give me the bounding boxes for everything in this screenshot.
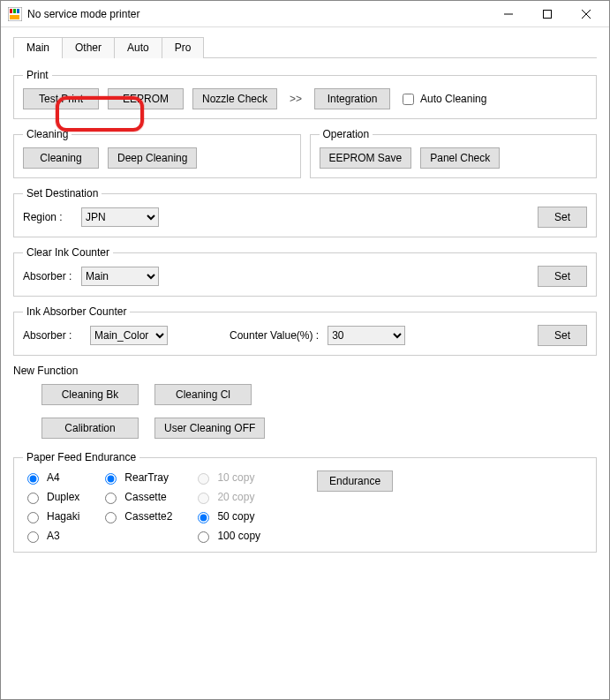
region-select[interactable]: JPN bbox=[81, 207, 159, 227]
radio-hagaki[interactable]: Hagaki bbox=[23, 509, 79, 523]
copy-count-column: 10 copy 20 copy 50 copy 100 copy bbox=[193, 470, 260, 543]
radio-20copy: 20 copy bbox=[193, 490, 260, 504]
region-label: Region : bbox=[23, 211, 81, 223]
radio-cassette2[interactable]: Cassette2 bbox=[101, 509, 172, 523]
clear-ink-set-button[interactable]: Set bbox=[538, 266, 587, 287]
svg-rect-6 bbox=[544, 10, 552, 18]
set-destination-group: Set Destination Region : JPN Set bbox=[13, 187, 597, 237]
counter-value-select[interactable]: 30 bbox=[328, 326, 405, 345]
paper-source-column: RearTray Cassette Cassette2 bbox=[101, 470, 172, 523]
endurance-button[interactable]: Endurance bbox=[317, 470, 393, 492]
paper-feed-legend: Paper Feed Endurance bbox=[23, 451, 139, 463]
radio-a3[interactable]: A3 bbox=[23, 529, 79, 543]
user-cleaning-off-button[interactable]: User Cleaning OFF bbox=[154, 418, 265, 439]
auto-cleaning-input[interactable] bbox=[403, 94, 414, 105]
deep-cleaning-button[interactable]: Deep Cleaning bbox=[108, 147, 197, 169]
radio-50copy[interactable]: 50 copy bbox=[193, 509, 260, 523]
ink-absorber-label: Absorber : bbox=[23, 329, 81, 342]
panel-check-button[interactable]: Panel Check bbox=[420, 147, 500, 169]
cleaning-legend: Cleaning bbox=[23, 128, 72, 140]
radio-10copy: 10 copy bbox=[193, 470, 260, 485]
test-print-button[interactable]: Test Print bbox=[23, 88, 99, 109]
ink-absorber-group: Ink Absorber Counter Absorber : Main_Col… bbox=[13, 305, 597, 356]
tab-bar: Main Other Auto Pro bbox=[13, 36, 597, 58]
region-set-button[interactable]: Set bbox=[538, 207, 587, 228]
tab-pro[interactable]: Pro bbox=[162, 37, 205, 58]
radio-cassette[interactable]: Cassette bbox=[101, 490, 172, 504]
ink-absorber-set-button[interactable]: Set bbox=[538, 325, 587, 346]
arrow-label: >> bbox=[286, 93, 305, 105]
tab-other[interactable]: Other bbox=[62, 37, 115, 58]
calibration-button[interactable]: Calibration bbox=[41, 418, 139, 439]
print-legend: Print bbox=[23, 69, 52, 81]
print-group: Print Test Print EEPROM Nozzle Check >> … bbox=[13, 69, 597, 119]
svg-rect-3 bbox=[17, 9, 19, 13]
paper-size-column: A4 Duplex Hagaki A3 bbox=[23, 470, 79, 543]
svg-rect-4 bbox=[10, 15, 19, 19]
app-icon bbox=[8, 7, 22, 21]
counter-value-label: Counter Value(%) : bbox=[177, 329, 319, 342]
set-destination-legend: Set Destination bbox=[23, 187, 102, 199]
cleaning-bk-button[interactable]: Cleaning Bk bbox=[41, 384, 139, 405]
ink-absorber-legend: Ink Absorber Counter bbox=[23, 305, 130, 318]
close-button[interactable] bbox=[567, 2, 606, 26]
ink-absorber-select[interactable]: Main_Color bbox=[90, 326, 168, 345]
minimize-button[interactable] bbox=[489, 2, 528, 26]
radio-duplex[interactable]: Duplex bbox=[23, 490, 79, 504]
auto-cleaning-checkbox[interactable]: Auto Cleaning bbox=[399, 91, 486, 108]
operation-legend: Operation bbox=[320, 128, 373, 140]
operation-group: Operation EEPROM Save Panel Check bbox=[310, 128, 598, 178]
radio-a4[interactable]: A4 bbox=[23, 470, 79, 485]
radio-reartray[interactable]: RearTray bbox=[101, 470, 172, 485]
integration-button[interactable]: Integration bbox=[314, 88, 390, 109]
clear-ink-group: Clear Ink Counter Absorber : Main Set bbox=[13, 246, 597, 297]
svg-rect-1 bbox=[10, 9, 12, 13]
eeprom-save-button[interactable]: EEPROM Save bbox=[320, 147, 412, 169]
tab-auto[interactable]: Auto bbox=[114, 37, 162, 58]
cleaning-group: Cleaning Cleaning Deep Cleaning bbox=[13, 128, 301, 178]
cleaning-cl-button[interactable]: Cleaning Cl bbox=[154, 384, 252, 405]
radio-100copy[interactable]: 100 copy bbox=[193, 529, 260, 543]
absorber-select[interactable]: Main bbox=[81, 267, 159, 286]
eeprom-button[interactable]: EEPROM bbox=[108, 88, 184, 109]
new-function-group: New Function Cleaning Bk Cleaning Cl Cal… bbox=[13, 365, 597, 439]
absorber-label: Absorber : bbox=[23, 270, 81, 282]
cleaning-button[interactable]: Cleaning bbox=[23, 147, 99, 169]
nozzle-check-button[interactable]: Nozzle Check bbox=[192, 88, 277, 109]
clear-ink-legend: Clear Ink Counter bbox=[23, 246, 113, 259]
titlebar: No service mode printer bbox=[1, 1, 609, 27]
svg-rect-2 bbox=[13, 9, 16, 13]
maximize-button[interactable] bbox=[528, 2, 567, 26]
new-function-title: New Function bbox=[13, 365, 597, 377]
window-title: No service mode printer bbox=[27, 8, 489, 20]
paper-feed-group: Paper Feed Endurance A4 Duplex Hagaki A3… bbox=[13, 451, 597, 553]
auto-cleaning-label: Auto Cleaning bbox=[420, 93, 486, 105]
tab-main[interactable]: Main bbox=[13, 37, 63, 58]
